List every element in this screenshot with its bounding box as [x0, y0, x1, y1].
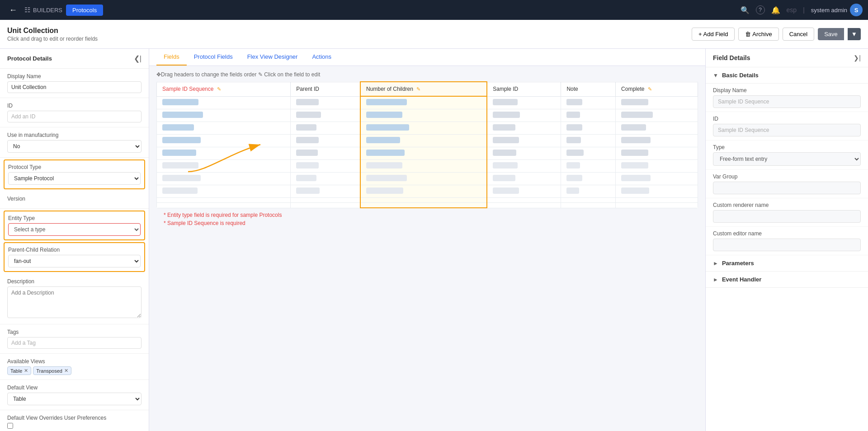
save-caret-button[interactable]: ▼ [848, 28, 861, 40]
table-row [157, 147, 698, 160]
edit-icon-sample-id[interactable]: ✎ [217, 86, 221, 92]
tag-transposed: Transposed ✕ [33, 366, 71, 375]
page-header-actions: + Add Field 🗑 Archive Cancel Save ▼ [692, 28, 861, 41]
tab-flex-view-designer[interactable]: Flex View Designer [240, 49, 305, 66]
tag-transposed-close[interactable]: ✕ [64, 368, 68, 374]
default-view-overrides-row [7, 423, 142, 429]
col-note[interactable]: Note [561, 82, 616, 96]
right-custom-renderer-input[interactable] [713, 210, 861, 223]
parent-child-group: Parent-Child Relation fan-out fan-in non… [4, 242, 145, 272]
data-table: Sample ID Sequence ✎ Parent ID Number of… [156, 81, 698, 208]
default-view-label: Default View [7, 384, 142, 391]
basic-details-label: Basic Details [722, 72, 759, 79]
right-sidebar-collapse-button[interactable]: ❯| [854, 54, 861, 61]
right-display-name-label: Display Name [713, 87, 861, 94]
right-var-group-input[interactable] [713, 182, 861, 194]
right-custom-renderer-label: Custom renderer name [713, 202, 861, 208]
builders-label: ☷ BUILDERS [24, 6, 62, 14]
edit-icon-children[interactable]: ✎ [416, 86, 420, 92]
parent-child-label: Parent-Child Relation [8, 247, 141, 253]
display-name-label: Display Name [7, 73, 142, 80]
nav-right: 🔍 ? 🔔 esp | system admin S [741, 4, 863, 16]
table-row [157, 109, 698, 122]
tab-fields[interactable]: Fields [156, 49, 187, 66]
right-display-name-input[interactable] [713, 95, 861, 108]
col-sample-id-sequence[interactable]: Sample ID Sequence ✎ [157, 82, 291, 96]
tab-actions[interactable]: Actions [305, 49, 339, 66]
right-type-label: Type [713, 144, 861, 150]
validation-sample-id: * Sample ID Sequence is required [164, 220, 691, 226]
default-view-overrides-checkbox[interactable] [7, 423, 13, 429]
protocol-type-select[interactable]: Sample Protocol Standard Protocol [8, 172, 141, 185]
available-views-group: Available Views Table ✕ Transposed ✕ [0, 354, 149, 380]
table-row [157, 173, 698, 185]
trash-icon: 🗑 [745, 31, 751, 37]
table-container: Sample ID Sequence ✎ Parent ID Number of… [156, 81, 698, 208]
add-field-button[interactable]: + Add Field [692, 28, 735, 41]
tags-label: Tags [7, 329, 142, 335]
right-type-group: Type Free-form text entry Number Date Dr… [706, 141, 868, 170]
page-subtitle: Click and drag to edit or reorder fields [7, 36, 98, 42]
parent-child-select[interactable]: fan-out fan-in none [8, 255, 141, 267]
archive-button[interactable]: 🗑 Archive [738, 28, 778, 41]
table-hint: ✥Drag headers to change the fields order… [156, 71, 698, 78]
basic-details-section-header[interactable]: ▼ Basic Details [706, 67, 868, 84]
sidebar-collapse-button[interactable]: ❮| [134, 54, 142, 63]
parameters-section-header[interactable]: ► Parameters [706, 255, 868, 272]
protocol-type-group: Protocol Type Sample Protocol Standard P… [4, 159, 145, 189]
col-sample-id[interactable]: Sample ID [487, 82, 561, 96]
use-in-mfg-select[interactable]: No Yes [7, 140, 142, 153]
right-var-group-label: Var Group [713, 173, 861, 180]
default-view-overrides-group: Default View Overrides User Preferences [0, 410, 149, 431]
right-id-input[interactable] [713, 124, 861, 136]
user-info: system admin S [811, 4, 863, 16]
tags-group: Tags [0, 324, 149, 354]
protocols-button[interactable]: Protocols [66, 5, 103, 16]
page-header: Unit Collection Click and drag to edit o… [0, 20, 868, 49]
tag-table-close[interactable]: ✕ [24, 368, 28, 374]
entity-type-label: Entity Type [8, 215, 141, 221]
id-input[interactable] [7, 111, 142, 122]
chevron-right-icon: ► [713, 260, 718, 267]
page-header-left: Unit Collection Click and drag to edit o… [7, 27, 98, 42]
data-table-wrapper: Sample ID Sequence ✎ Parent ID Number of… [156, 81, 698, 208]
col-parent-id[interactable]: Parent ID [291, 82, 360, 96]
user-name: system admin [811, 7, 847, 14]
left-sidebar: Protocol Details ❮| Display Name ID Use … [0, 49, 149, 431]
right-type-select[interactable]: Free-form text entry Number Date Dropdow… [713, 152, 861, 166]
tags-input[interactable] [7, 337, 142, 349]
sidebar-title: Protocol Details [7, 55, 52, 62]
tab-bar: Fields Protocol Fields Flex View Designe… [149, 49, 705, 66]
table-row [157, 122, 698, 135]
col-number-of-children[interactable]: Number of Children ✎ [360, 82, 487, 96]
default-view-select[interactable]: Table Transposed [7, 393, 142, 405]
avatar[interactable]: S [850, 4, 863, 16]
help-icon[interactable]: ? [756, 5, 765, 14]
available-views-label: Available Views [7, 358, 142, 365]
cancel-button[interactable]: Cancel [783, 28, 814, 41]
version-label: Version [7, 196, 142, 202]
protocol-type-label: Protocol Type [8, 164, 141, 170]
right-custom-editor-input[interactable] [713, 239, 861, 251]
version-group: Version [0, 191, 149, 209]
right-custom-renderer-group: Custom renderer name [706, 198, 868, 227]
event-handler-section-header[interactable]: ► Event Handler [706, 272, 868, 288]
right-display-name-group: Display Name [706, 84, 868, 112]
description-textarea[interactable] [7, 286, 142, 318]
display-name-input[interactable] [7, 81, 142, 93]
tab-protocol-fields[interactable]: Protocol Fields [187, 49, 240, 66]
id-group: ID [0, 98, 149, 127]
description-label: Description [7, 278, 142, 285]
save-button[interactable]: Save [818, 28, 844, 40]
display-name-group: Display Name [0, 69, 149, 98]
table-row [157, 203, 698, 208]
entity-type-select[interactable]: Select a type Sample Container [8, 223, 141, 236]
col-complete[interactable]: Complete ✎ [616, 82, 698, 96]
lang-divider: | [803, 6, 805, 14]
right-sidebar: Field Details ❯| ▼ Basic Details Display… [705, 49, 868, 431]
bell-icon[interactable]: 🔔 [771, 6, 780, 14]
back-button[interactable]: ← [5, 4, 21, 17]
search-icon[interactable]: 🔍 [741, 6, 750, 14]
edit-icon-complete[interactable]: ✎ [648, 86, 652, 92]
table-row [157, 135, 698, 147]
